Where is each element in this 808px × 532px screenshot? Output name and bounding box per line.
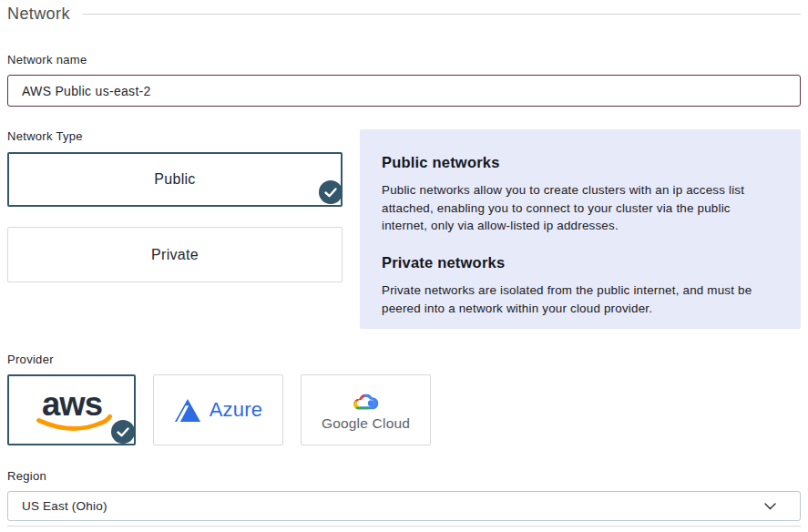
section-divider <box>83 14 801 15</box>
network-name-label: Network name <box>7 53 801 66</box>
selected-check-icon <box>111 420 135 444</box>
azure-logo-icon <box>174 398 201 423</box>
region-selected-value: US East (Ohio) <box>22 499 107 513</box>
provider-options: aws Azure <box>7 374 801 445</box>
network-type-info-panel: Public networks Public networks allow yo… <box>360 129 801 329</box>
bottom-divider <box>7 526 801 527</box>
network-type-row: Network Type Public Private Public netwo… <box>7 129 801 329</box>
google-cloud-logo-icon <box>351 389 382 412</box>
svg-text:aws: aws <box>41 385 101 423</box>
network-type-label: Network Type <box>7 129 343 143</box>
provider-option-azure[interactable]: Azure <box>153 374 283 445</box>
provider-option-aws[interactable]: aws <box>7 374 136 445</box>
provider-label: Provider <box>7 353 801 366</box>
google-cloud-logo-text: Google Cloud <box>322 415 410 432</box>
aws-logo-icon: aws <box>28 384 116 436</box>
region-select[interactable]: US East (Ohio) <box>7 491 801 521</box>
azure-logo-text: Azure <box>210 398 262 422</box>
selected-check-icon <box>319 180 343 204</box>
info-body-private: Private networks are isolated from the p… <box>382 281 779 317</box>
network-form: Network Network name Network Type Public… <box>0 0 808 532</box>
info-heading-private: Private networks <box>382 254 779 271</box>
network-type-option-private[interactable]: Private <box>7 227 343 282</box>
chevron-down-icon <box>764 503 776 510</box>
network-type-option-public[interactable]: Public <box>7 152 343 207</box>
network-type-group: Network Type Public Private <box>7 129 343 282</box>
region-label: Region <box>7 469 801 483</box>
network-name-input[interactable] <box>7 75 801 107</box>
section-header: Network <box>7 0 801 24</box>
info-heading-public: Public networks <box>382 154 779 171</box>
network-type-option-label: Public <box>154 171 195 188</box>
page-title: Network <box>7 5 70 24</box>
info-body-public: Public networks allow you to create clus… <box>382 181 779 235</box>
network-type-option-label: Private <box>151 247 199 263</box>
provider-option-google-cloud[interactable]: Google Cloud <box>301 374 431 445</box>
